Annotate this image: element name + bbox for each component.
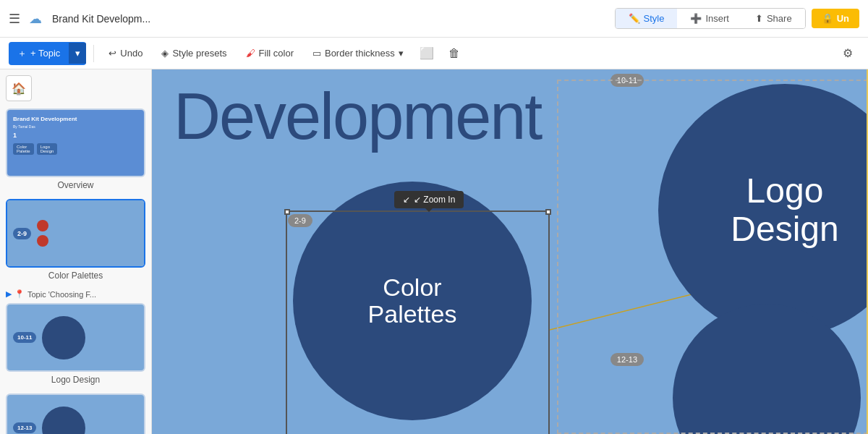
slide-item-color: 2-9 Color Palettes xyxy=(6,199,145,281)
style-presets-icon: ◈ xyxy=(161,48,169,59)
handle-tl[interactable] xyxy=(284,209,290,215)
topic-button[interactable]: ＋ + Topic ▾ xyxy=(9,42,86,65)
home-button[interactable]: 🏠 xyxy=(6,75,32,101)
dot-red-2 xyxy=(37,235,48,247)
lock-button[interactable]: 🔒 Un xyxy=(812,9,859,28)
tab-share[interactable]: ⬆ Share xyxy=(742,9,805,28)
style-presets-button[interactable]: ◈ Style presets xyxy=(154,44,234,62)
chevron-down-icon: ▾ xyxy=(399,48,404,59)
fill-color-button[interactable]: 🖌 Fill color xyxy=(239,44,301,62)
badge-10-11: 10-11 xyxy=(610,74,644,87)
slide-item-logo: 10-11 Logo Design xyxy=(6,303,145,385)
top-navbar: ☰ ☁ Brand Kit Developm... ✏️ Style ➕ Ins… xyxy=(0,0,868,38)
cloud-icon: ☁ xyxy=(29,11,42,27)
slide-thumb-1213[interactable]: 12-13 xyxy=(6,393,145,434)
canvas-area[interactable]: Development 2-9 10-11 12-13 ColorPalette… xyxy=(152,69,868,434)
border-icon: ▭ xyxy=(312,48,321,59)
sidebar: 🏠 Brand Kit Development By Tamal Das 1 C… xyxy=(0,69,152,434)
slide-item-overview: Brand Kit Development By Tamal Das 1 Col… xyxy=(6,109,145,190)
badge-12-13: 12-13 xyxy=(610,353,644,366)
toolbar: ＋ + Topic ▾ ↩ Undo ◈ Style presets 🖌 Fil… xyxy=(0,38,868,69)
logo-design-text: LogoDesign xyxy=(731,172,838,249)
undo-button[interactable]: ↩ Undo xyxy=(101,44,150,62)
slide-thumb-overview[interactable]: Brand Kit Development By Tamal Das 1 Col… xyxy=(6,109,145,177)
divider-1 xyxy=(93,45,94,62)
color-palettes-text: ColorPalettes xyxy=(368,274,457,328)
play-indicator: ▶ 📍 Topic 'Choosing F... xyxy=(6,289,145,299)
undo-icon: ↩ xyxy=(109,48,116,59)
badge-2-9: 2-9 xyxy=(288,214,312,227)
handle-tr[interactable] xyxy=(545,209,551,215)
plus-icon: ＋ xyxy=(17,47,27,60)
main-layout: 🏠 Brand Kit Development By Tamal Das 1 C… xyxy=(0,69,868,434)
slide-label-logo: Logo Design xyxy=(6,375,145,385)
slide-thumb-color[interactable]: 2-9 xyxy=(6,199,145,268)
more-options-button[interactable]: ⚙ xyxy=(836,42,859,65)
tab-style[interactable]: ✏️ Style xyxy=(616,9,678,28)
topic-icon: 📍 xyxy=(14,289,25,299)
aspect-ratio-button[interactable]: ⬜ xyxy=(415,42,438,65)
fill-color-icon: 🖌 xyxy=(246,48,255,59)
play-icon: ▶ xyxy=(6,289,12,299)
style-icon: ✏️ xyxy=(629,13,640,24)
slide-label-overview: Overview xyxy=(6,180,145,190)
trash-icon: 🗑 xyxy=(448,47,460,60)
options-icon: ⚙ xyxy=(843,46,853,60)
border-thickness-button[interactable]: ▭ Border thickness ▾ xyxy=(305,44,411,62)
tab-insert[interactable]: ➕ Insert xyxy=(677,9,742,28)
zoom-tooltip[interactable]: ↙ ↙ Zoom In xyxy=(394,191,464,208)
hamburger-icon[interactable]: ☰ xyxy=(9,11,20,27)
slide-label-color: Color Palettes xyxy=(6,271,145,281)
home-icon: 🏠 xyxy=(12,82,26,95)
app-title: Brand Kit Developm... xyxy=(52,13,609,25)
aspect-icon: ⬜ xyxy=(420,46,434,60)
nav-tabs: ✏️ Style ➕ Insert ⬆ Share xyxy=(615,8,806,29)
dot-red-1 xyxy=(37,220,48,231)
delete-button[interactable]: 🗑 xyxy=(443,42,466,65)
slide-thumb-logo[interactable]: 10-11 xyxy=(6,303,145,372)
topic-arrow-icon[interactable]: ▾ xyxy=(69,43,86,64)
share-icon: ⬆ xyxy=(755,13,763,24)
slide-item-1213: 12-13 xyxy=(6,393,145,434)
insert-icon: ➕ xyxy=(690,13,702,24)
color-palettes-circle[interactable]: ColorPalettes xyxy=(293,182,532,420)
zoom-in-icon: ↙ xyxy=(403,195,410,205)
